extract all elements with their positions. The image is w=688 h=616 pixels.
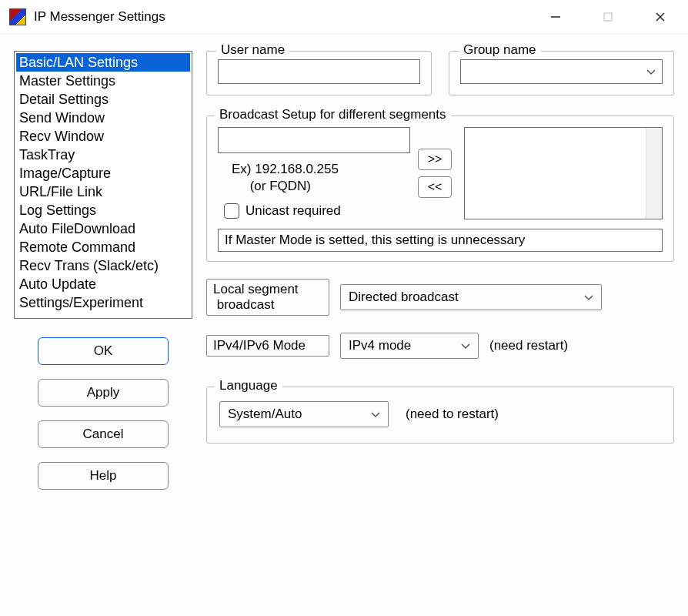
broadcast-legend: Broadcast Setup for different segments xyxy=(215,107,451,122)
broadcast-add-button[interactable]: >> xyxy=(418,149,452,170)
settings-category-item[interactable]: URL/File Link xyxy=(16,182,190,201)
help-button[interactable]: Help xyxy=(38,462,169,490)
svg-rect-1 xyxy=(604,13,612,21)
maximize-button[interactable] xyxy=(593,6,623,28)
language-legend: Language xyxy=(215,378,282,393)
chevron-down-icon xyxy=(646,64,656,79)
user-name-group: User name xyxy=(206,51,432,95)
broadcast-ip-input[interactable] xyxy=(218,127,410,153)
settings-category-item[interactable]: Send Window xyxy=(16,109,190,127)
settings-category-item[interactable]: Settings/Experiment xyxy=(16,293,190,312)
settings-category-item[interactable]: TaskTray xyxy=(16,146,190,164)
unicast-required-checkbox[interactable] xyxy=(224,203,239,219)
chevron-down-icon xyxy=(371,407,380,422)
app-icon xyxy=(9,8,26,25)
local-broadcast-select[interactable]: Directed broadcast xyxy=(340,284,602,310)
settings-category-list[interactable]: Basic/LAN SettingsMaster SettingsDetail … xyxy=(14,51,192,319)
cancel-button[interactable]: Cancel xyxy=(38,420,169,448)
svg-line-3 xyxy=(656,13,664,21)
apply-button[interactable]: Apply xyxy=(38,379,169,407)
group-name-label: Group name xyxy=(459,42,541,58)
group-name-combo[interactable] xyxy=(460,59,663,84)
settings-category-item[interactable]: Auto Update xyxy=(16,275,190,293)
settings-category-item[interactable]: Recv Window xyxy=(16,127,190,146)
scroll-up-icon[interactable]: ▲ xyxy=(650,131,659,142)
titlebar: IP Messenger Settings xyxy=(0,0,688,34)
language-select[interactable]: System/Auto xyxy=(219,401,389,427)
settings-category-item[interactable]: Remote Command xyxy=(16,238,190,256)
broadcast-list[interactable]: ▲ ▼ xyxy=(464,127,663,219)
settings-category-item[interactable]: Master Settings xyxy=(16,72,190,90)
language-group: Language System/Auto (need to restart) xyxy=(206,387,674,444)
window-title: IP Messenger Settings xyxy=(34,9,540,25)
settings-category-item[interactable]: Recv Trans (Slack/etc) xyxy=(16,256,190,275)
close-button[interactable] xyxy=(645,6,676,28)
broadcast-remove-button[interactable]: << xyxy=(418,176,452,198)
broadcast-group: Broadcast Setup for different segments E… xyxy=(206,116,674,262)
broadcast-example: Ex) 192.168.0.255 (or FQDN) xyxy=(218,156,410,200)
ip-mode-hint: (need restart) xyxy=(489,338,568,353)
settings-category-item[interactable]: Image/Capture xyxy=(16,164,190,182)
settings-category-item[interactable]: Basic/LAN Settings xyxy=(16,53,190,72)
group-name-group: Group name xyxy=(449,51,674,95)
chevron-down-icon xyxy=(461,338,470,353)
local-broadcast-label: Local segment broadcast xyxy=(206,279,329,316)
minimize-button[interactable] xyxy=(540,6,571,28)
broadcast-note: If Master Mode is setted, this setting i… xyxy=(218,229,663,252)
ip-mode-select[interactable]: IPv4 mode xyxy=(340,333,479,359)
scroll-down-icon[interactable]: ▼ xyxy=(650,205,659,216)
user-name-input[interactable] xyxy=(218,59,420,84)
unicast-required-label: Unicast required xyxy=(245,203,341,219)
chevron-down-icon xyxy=(584,290,593,305)
settings-category-item[interactable]: Auto FileDownload xyxy=(16,219,190,238)
svg-line-2 xyxy=(656,13,664,21)
ip-mode-label: IPv4/IPv6 Mode xyxy=(206,335,329,357)
language-hint: (need to restart) xyxy=(406,407,499,422)
settings-category-item[interactable]: Log Settings xyxy=(16,201,190,219)
user-name-label: User name xyxy=(216,42,289,58)
settings-category-item[interactable]: Detail Settings xyxy=(16,90,190,109)
ok-button[interactable]: OK xyxy=(38,337,169,365)
